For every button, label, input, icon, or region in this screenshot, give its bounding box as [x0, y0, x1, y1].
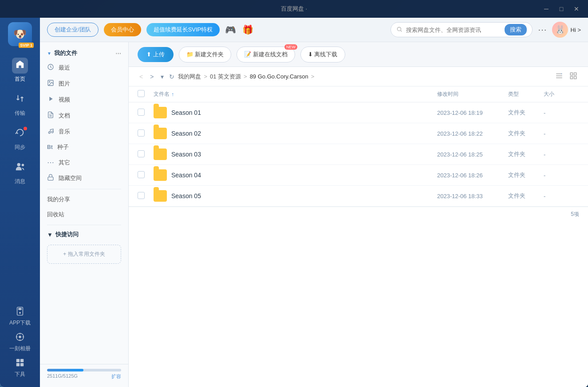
row-check-season01[interactable] — [138, 109, 154, 117]
app-logo: 🐶 SVIP 1 — [8, 22, 32, 46]
sidebar-item-hidden-label: 隐藏空间 — [59, 174, 82, 182]
sidebar-item-docs[interactable]: 文档 — [40, 108, 128, 124]
svg-rect-22 — [570, 73, 572, 75]
photos-icon — [47, 79, 54, 88]
list-view-button[interactable] — [553, 71, 565, 82]
file-name-season02: Season 02 — [171, 130, 201, 137]
gift-icon[interactable]: 🎁 — [242, 24, 253, 35]
file-name-col-season02: Season 02 — [154, 128, 437, 139]
view-controls — [553, 71, 579, 82]
new-folder-button[interactable]: 📁 新建文件夹 — [179, 47, 232, 63]
file-list-area: 文件名 ↑ 修改时间 类型 大小 Sea — [129, 86, 588, 387]
nav-dropdown-button[interactable]: ▾ — [159, 72, 166, 81]
breadcrumb-path: 我的网盘 > 01 英文资源 > 89 Go.Go.Cory.Carson > — [178, 73, 314, 81]
row-check-season04[interactable] — [138, 171, 154, 180]
row-checkbox-season05[interactable] — [138, 192, 145, 199]
maximize-button[interactable]: □ — [557, 5, 566, 12]
table-row[interactable]: Season 02 2023-12-06 18:22 文件夹 - — [129, 123, 588, 144]
svg-rect-24 — [570, 76, 572, 78]
svg-rect-9 — [16, 363, 20, 366]
sidebar-item-music-label: 音乐 — [59, 128, 70, 136]
row-checkbox-season04[interactable] — [138, 171, 145, 178]
quick-access-arrow: ▼ — [47, 231, 53, 238]
sidebar-item-docs-label: 文档 — [59, 112, 70, 120]
nav-label-sync: 同步 — [15, 144, 25, 151]
sidebar-item-recent-label: 最近 — [59, 64, 70, 72]
sidebar-item-torrent[interactable]: Bt 种子 — [40, 140, 128, 155]
offline-download-button[interactable]: ⬇ 离线下载 — [300, 47, 345, 63]
breadcrumb-english[interactable]: 01 英文资源 — [210, 73, 241, 81]
header-name-col: 文件名 ↑ — [154, 90, 437, 98]
row-check-season05[interactable] — [138, 192, 154, 200]
nav-back-button[interactable]: < — [138, 72, 145, 81]
search-icon — [396, 26, 403, 34]
sidebar-item-video[interactable]: 视频 — [40, 92, 128, 108]
search-button[interactable]: 搜索 — [505, 24, 527, 35]
nav-item-album[interactable]: 一刻相册 — [9, 332, 31, 352]
table-row[interactable]: Season 05 2023-12-06 18:33 文件夹 - — [129, 186, 588, 207]
close-button[interactable]: ✕ — [572, 5, 581, 12]
storage-used-text: 2511G/5125G — [47, 373, 78, 380]
sidebar-item-photos[interactable]: 图片 — [40, 76, 128, 92]
drop-zone[interactable]: + 拖入常用文件夹 — [47, 245, 121, 264]
game-icon[interactable]: 🎮 — [225, 24, 236, 35]
folder-icon-season05 — [154, 190, 167, 202]
refresh-button[interactable]: ↻ — [169, 73, 174, 80]
expand-storage-link[interactable]: 扩容 — [111, 373, 121, 380]
svg-rect-3 — [18, 308, 21, 310]
breadcrumb-bar: < > ▾ ↻ 我的网盘 > 01 英文资源 > 89 Go.Go.Cory.C… — [129, 67, 588, 86]
table-row[interactable]: Season 04 2023-12-06 18:26 文件夹 - — [129, 165, 588, 186]
vip-center-button[interactable]: 会员中心 — [104, 23, 141, 36]
nav-item-messages[interactable]: 消息 — [0, 156, 40, 190]
nav-forward-button[interactable]: > — [148, 72, 155, 81]
breadcrumb-home[interactable]: 我的网盘 — [178, 73, 201, 81]
new-doc-button[interactable]: 📝 新建在线文档 NEW — [237, 47, 295, 63]
select-all-checkbox[interactable] — [138, 90, 145, 97]
file-name-col-season04: Season 04 — [154, 169, 437, 181]
sort-icon[interactable]: ↑ — [171, 91, 174, 98]
minimize-button[interactable]: ─ — [542, 5, 551, 12]
user-avatar-area[interactable]: 🐰 Hi > — [552, 22, 581, 38]
search-box: 搜索 — [391, 22, 533, 37]
file-count: 5项 — [129, 207, 588, 222]
title-bar: 百度网盘 · ─ □ ✕ — [0, 0, 588, 18]
sidebar-my-share[interactable]: 我的分享 — [40, 192, 128, 207]
nav-item-tools[interactable]: 下具 — [15, 358, 25, 378]
nav-item-sync[interactable]: 同步 — [0, 121, 40, 156]
file-sidebar: ▼ 我的文件 ⋯ 最近 图片 — [40, 42, 129, 387]
row-check-season02[interactable] — [138, 129, 154, 138]
row-checkbox-season01[interactable] — [138, 109, 145, 116]
file-date-season01: 2023-12-06 18:19 — [437, 109, 508, 116]
row-checkbox-season02[interactable] — [138, 129, 145, 137]
quick-access-section: ▼ 快捷访问 — [40, 228, 128, 241]
my-files-arrow: ▼ — [47, 51, 51, 56]
other-icon: ⋯ — [47, 158, 54, 167]
file-date-season04: 2023-12-06 18:26 — [437, 172, 508, 179]
hidden-icon — [47, 174, 54, 183]
sidebar-item-music[interactable]: 音乐 — [40, 124, 128, 140]
nav-item-transfer[interactable]: 传输 — [0, 87, 40, 121]
table-row[interactable]: Season 03 2023-12-06 18:25 文件夹 - — [129, 144, 588, 165]
upload-button[interactable]: ⬆ 上传 — [138, 47, 174, 62]
sidebar-recycle[interactable]: 回收站 — [40, 207, 128, 222]
file-name-season05: Season 05 — [171, 192, 201, 199]
sidebar-item-recent[interactable]: 最近 — [40, 60, 128, 76]
row-check-season03[interactable] — [138, 150, 154, 159]
row-checkbox-season03[interactable] — [138, 150, 145, 157]
nav-item-app-download[interactable]: APP下载 — [9, 306, 31, 327]
search-input[interactable] — [406, 27, 501, 33]
svg-point-0 — [17, 163, 20, 166]
grid-view-button[interactable] — [568, 71, 579, 82]
video-icon — [47, 95, 54, 104]
nav-item-home[interactable]: 首页 — [0, 53, 40, 87]
file-type-season03: 文件夹 — [508, 150, 544, 158]
sidebar-item-photos-label: 图片 — [59, 80, 70, 88]
more-options-icon[interactable]: ⋯ — [538, 24, 547, 35]
svip-button[interactable]: 超值续费延长SVIP特权 — [146, 23, 220, 36]
table-row[interactable]: Season 01 2023-12-06 18:19 文件夹 - — [129, 102, 588, 123]
create-team-button[interactable]: 创建企业/团队 — [47, 23, 99, 37]
sidebar-more-icon[interactable]: ⋯ — [115, 50, 121, 57]
sidebar-item-hidden[interactable]: 隐藏空间 — [40, 170, 128, 186]
sidebar-item-torrent-label: 种子 — [57, 143, 69, 151]
sidebar-item-other[interactable]: ⋯ 其它 — [40, 155, 128, 170]
